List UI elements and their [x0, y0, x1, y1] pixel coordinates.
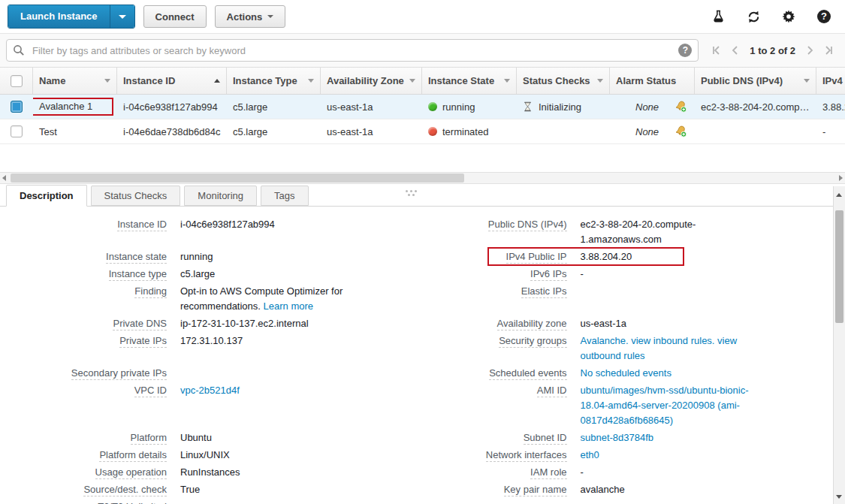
top-toolbar: Launch Instance Connect Actions ?: [0, 0, 845, 33]
field-value-text: i-04c6e938f127ab994: [180, 219, 275, 230]
field-value-link[interactable]: Learn more: [264, 300, 313, 312]
launch-instance-dropdown[interactable]: [110, 5, 134, 28]
field-value: avalanche: [581, 482, 625, 497]
vertical-scrollbar-thumb[interactable]: [835, 210, 843, 323]
actions-button[interactable]: Actions: [215, 5, 286, 28]
previous-page-button[interactable]: [732, 46, 738, 55]
add-alarm-bell-icon[interactable]: [674, 101, 687, 113]
field-vpc-id: VPC IDvpc-2b521d4f: [0, 383, 423, 398]
filter-input[interactable]: [31, 44, 678, 57]
cell-alarm-status: None: [610, 119, 695, 143]
refresh-icon[interactable]: [746, 9, 761, 24]
field-usage-operation: Usage operationRunInstances: [0, 465, 423, 480]
field-label-text: Subnet ID: [524, 432, 567, 445]
field-value-link[interactable]: eth0: [581, 449, 599, 460]
scroll-left-arrow-icon[interactable]: [2, 175, 6, 181]
field-instance-type: Instance typec5.large: [0, 267, 423, 282]
select-all-checkbox[interactable]: [11, 75, 23, 87]
question-mark-glyph: ?: [817, 10, 831, 23]
field-value-link[interactable]: No scheduled events: [581, 367, 671, 379]
field-security-groups: Security groupsAvalanche. view inbound r…: [423, 333, 845, 364]
field-value: -: [581, 465, 584, 480]
instance-row[interactable]: Testi-04e6dae738db6d84cc5.largeus-east-1…: [0, 119, 845, 144]
field-value-text: Opt-in to AWS Compute Optimizer for reco…: [180, 285, 343, 312]
field-label-text: Instance type: [109, 268, 167, 281]
field-value-link[interactable]: ubuntu/images/hvm-ssd/ubuntu-bionic-18.0…: [581, 385, 749, 426]
actions-button-label: Actions: [227, 11, 263, 23]
field-label-text: T2/T3 Unlimited: [98, 501, 167, 504]
description-panel: Instance IDi-04c6e938f127ab994Instance s…: [0, 207, 845, 504]
row-checkbox[interactable]: [11, 125, 23, 137]
field-label-text: Instance ID: [117, 219, 167, 231]
column-header-instance-state[interactable]: Instance State: [422, 68, 517, 94]
field-secondary-private-ips: Secondary private IPs: [0, 366, 423, 381]
column-header-alarm-status[interactable]: Alarm Status: [610, 68, 695, 94]
column-header-label: Availability Zone: [327, 75, 404, 86]
scroll-up-arrow-icon[interactable]: [836, 193, 842, 197]
help-icon[interactable]: ?: [816, 9, 831, 24]
field-label-text: Availability zone: [497, 318, 567, 330]
column-header-ipv4-public-ip[interactable]: IPv4 Public IP: [816, 68, 845, 94]
field-label-text: Usage operation: [95, 466, 167, 479]
launch-instance-button[interactable]: Launch Instance: [8, 5, 110, 28]
column-header-availability-zone[interactable]: Availability Zone: [321, 68, 422, 94]
field-label-text: VPC ID: [134, 385, 167, 397]
panel-resize-grip[interactable]: [406, 190, 408, 192]
field-label-text: Platform details: [99, 449, 167, 462]
field-label: Source/dest. check: [0, 482, 167, 497]
chevron-down-icon: [267, 15, 273, 18]
field-private-ips: Private IPs172.31.10.137: [0, 333, 423, 349]
gear-icon[interactable]: [781, 9, 796, 24]
add-alarm-bell-icon[interactable]: [674, 125, 687, 137]
tab-tags[interactable]: Tags: [261, 186, 308, 206]
next-page-button[interactable]: [807, 46, 813, 55]
vertical-scrollbar: [833, 186, 845, 504]
column-header-instance-id[interactable]: Instance ID: [117, 68, 227, 94]
search-box: ?: [6, 39, 699, 62]
field-value-text: -: [581, 466, 584, 478]
field-value-link[interactable]: subnet-8d3784fb: [581, 432, 654, 443]
alarm-status-label: None: [616, 126, 674, 137]
field-label: IAM role: [423, 465, 567, 480]
field-label: IPv6 IPs: [423, 267, 567, 282]
horizontal-scrollbar-thumb[interactable]: [11, 174, 464, 183]
field-value: ec2-3-88-204-20.compute-1.amazonaws.com: [581, 217, 762, 247]
cell-instance-type: c5.large: [227, 119, 321, 143]
cell-instance-state: terminated: [422, 119, 517, 143]
field-label-text: IAM role: [530, 466, 566, 479]
pagination: 1 to 2 of 2: [712, 45, 833, 56]
first-page-button[interactable]: [712, 46, 720, 55]
field-label: Scheduled events: [423, 366, 567, 381]
column-header-status-checks[interactable]: Status Checks: [517, 68, 610, 94]
scroll-down-arrow-icon[interactable]: [836, 495, 842, 499]
tab-status-checks[interactable]: Status Checks: [91, 186, 181, 206]
column-header-public-dns[interactable]: Public DNS (IPv4): [695, 68, 816, 94]
field-value: -: [581, 267, 584, 282]
field-label-text: Source/dest. check: [83, 484, 167, 496]
tab-description[interactable]: Description: [6, 185, 87, 207]
column-header-label: Status Checks: [523, 75, 590, 86]
field-value-link[interactable]: vpc-2b521d4f: [180, 385, 240, 396]
toolbar-icon-group: ?: [711, 9, 837, 24]
beaker-icon[interactable]: [711, 9, 726, 24]
instance-row[interactable]: Avalanche 1i-04c6e938f127ab994c5.largeus…: [0, 95, 845, 119]
field-value-link[interactable]: Avalanche. view inbound rules. view outb…: [581, 335, 738, 361]
row-checkbox-cell: [0, 119, 33, 143]
column-header-instance-type[interactable]: Instance Type: [227, 68, 321, 94]
field-value: 3.88.204.20: [581, 249, 632, 264]
field-value: c5.large: [180, 267, 215, 282]
filter-help-icon[interactable]: ?: [678, 44, 692, 57]
tab-monitoring[interactable]: Monitoring: [184, 186, 257, 206]
field-label-text: Private DNS: [113, 318, 167, 330]
last-page-button[interactable]: [825, 46, 833, 55]
field-value: ip-172-31-10-137.ec2.internal: [180, 316, 309, 331]
row-checkbox[interactable]: [11, 101, 23, 113]
field-value: running: [180, 249, 213, 264]
field-label: Platform details: [0, 448, 167, 463]
cell-instance-id: i-04c6e938f127ab994: [117, 95, 227, 119]
scroll-right-arrow-icon[interactable]: [839, 175, 843, 181]
column-header-label: Instance State: [428, 75, 494, 86]
connect-button[interactable]: Connect: [143, 5, 207, 28]
column-header-name[interactable]: Name: [33, 68, 117, 94]
field-label: Security groups: [423, 333, 567, 364]
